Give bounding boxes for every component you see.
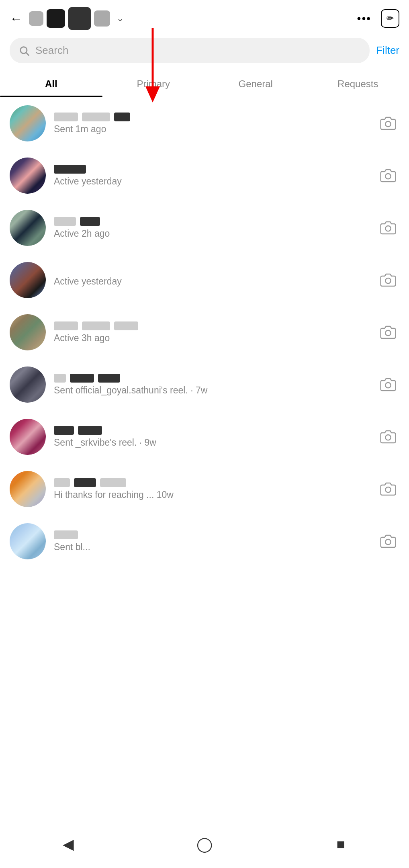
search-bar[interactable]: Search	[10, 38, 370, 63]
username-block	[54, 374, 66, 383]
camera-icon	[380, 272, 396, 288]
avatar	[10, 366, 46, 403]
compose-icon-symbol: ✏	[387, 13, 394, 24]
message-info: Hi thanks for reaching ... 10w	[54, 478, 369, 500]
username-row	[54, 165, 369, 174]
tab-primary[interactable]: Primary	[102, 71, 205, 97]
camera-icon	[380, 481, 396, 497]
message-preview: Sent official_goyal.sathuni's reel. · 7w	[54, 385, 369, 396]
username-block	[82, 321, 110, 330]
camera-button[interactable]	[377, 426, 399, 448]
message-preview: Sent _srkvibe's reel. · 9w	[54, 437, 369, 448]
username-block	[54, 426, 74, 435]
camera-icon	[380, 324, 396, 340]
list-item[interactable]: Sent official_goyal.sathuni's reel. · 7w	[0, 358, 409, 411]
list-item[interactable]: Active yesterday	[0, 149, 409, 202]
compose-button[interactable]: ✏	[381, 9, 399, 28]
chevron-down-icon[interactable]: ⌄	[117, 13, 124, 24]
avatar	[10, 158, 46, 194]
message-info: Active yesterday	[54, 165, 369, 187]
header: ← ⌄ ••• ✏	[0, 0, 409, 34]
back-button[interactable]: ←	[10, 11, 22, 26]
camera-button[interactable]	[377, 269, 399, 291]
camera-button[interactable]	[377, 373, 399, 396]
camera-button[interactable]	[377, 478, 399, 500]
camera-icon	[380, 429, 396, 445]
header-right: ••• ✏	[357, 9, 399, 28]
camera-button[interactable]	[377, 217, 399, 239]
username-block	[54, 321, 78, 330]
username-block	[54, 113, 78, 121]
search-placeholder: Search	[35, 44, 361, 57]
avatar	[10, 105, 46, 141]
more-options-icon[interactable]: •••	[357, 12, 371, 25]
list-item[interactable]: Sent 1m ago	[0, 97, 409, 149]
username-block	[98, 374, 120, 383]
nav-back-button[interactable]: ◀	[52, 828, 84, 860]
message-info: Sent 1m ago	[54, 113, 369, 135]
camera-button[interactable]	[377, 112, 399, 135]
nav-home-icon: ◯	[196, 836, 213, 853]
username-row	[54, 530, 369, 539]
message-info: Active yesterday	[54, 274, 369, 287]
list-item[interactable]: Active yesterday	[0, 254, 409, 306]
username-row	[54, 321, 369, 330]
username-block	[54, 478, 70, 487]
username-block	[78, 426, 102, 435]
account-avatar-4[interactable]	[94, 10, 110, 27]
camera-icon	[380, 220, 396, 236]
list-item[interactable]: Active 2h ago	[0, 202, 409, 254]
list-item[interactable]: Active 3h ago	[0, 306, 409, 358]
list-item[interactable]: Sent _srkvibe's reel. · 9w	[0, 411, 409, 463]
account-avatar-2[interactable]	[47, 9, 65, 28]
camera-icon	[380, 115, 396, 131]
avatar	[10, 471, 46, 507]
message-preview: Sent 1m ago	[54, 124, 369, 135]
username-block	[114, 113, 130, 121]
tab-general[interactable]: General	[204, 71, 307, 97]
camera-button[interactable]	[377, 321, 399, 344]
nav-home-button[interactable]: ◯	[188, 828, 221, 860]
message-info: Active 2h ago	[54, 217, 369, 239]
message-info: Sent bl...	[54, 530, 369, 553]
username-row	[54, 478, 369, 487]
message-preview: Hi thanks for reaching ... 10w	[54, 489, 369, 500]
username-row	[54, 426, 369, 435]
list-item[interactable]: Sent bl...	[0, 515, 409, 567]
camera-icon	[380, 168, 396, 184]
message-info: Sent official_goyal.sathuni's reel. · 7w	[54, 374, 369, 396]
tab-requests[interactable]: Requests	[307, 71, 409, 97]
camera-icon	[380, 533, 396, 549]
username-block	[74, 478, 96, 487]
camera-button[interactable]	[377, 164, 399, 187]
username-block	[80, 217, 100, 226]
tabs-bar: All Primary General Requests	[0, 71, 409, 97]
message-info: Active 3h ago	[54, 321, 369, 344]
filter-button[interactable]: Filter	[376, 44, 399, 57]
list-item[interactable]: Hi thanks for reaching ... 10w	[0, 463, 409, 515]
account-avatar-1[interactable]	[29, 11, 43, 26]
account-avatar-3[interactable]	[68, 7, 91, 30]
search-icon	[18, 45, 30, 56]
tab-all[interactable]: All	[0, 71, 102, 97]
bottom-nav: ◀ ◯ ■	[0, 824, 409, 868]
message-preview: Active yesterday	[54, 276, 369, 287]
svg-point-6	[385, 226, 391, 231]
svg-point-10	[385, 435, 391, 440]
svg-point-5	[385, 174, 391, 179]
camera-button[interactable]	[377, 530, 399, 553]
svg-point-11	[385, 487, 391, 492]
svg-line-3	[26, 53, 29, 55]
username-block	[82, 113, 110, 121]
header-left: ← ⌄	[10, 7, 124, 30]
account-avatars	[29, 7, 110, 30]
nav-back-icon: ◀	[63, 836, 74, 853]
avatar	[10, 419, 46, 455]
avatar	[10, 210, 46, 246]
avatar	[10, 523, 46, 559]
nav-recents-button[interactable]: ■	[325, 828, 357, 860]
username-row	[54, 113, 369, 121]
message-preview: Active yesterday	[54, 176, 369, 187]
camera-icon	[380, 377, 396, 393]
svg-point-4	[385, 121, 391, 127]
